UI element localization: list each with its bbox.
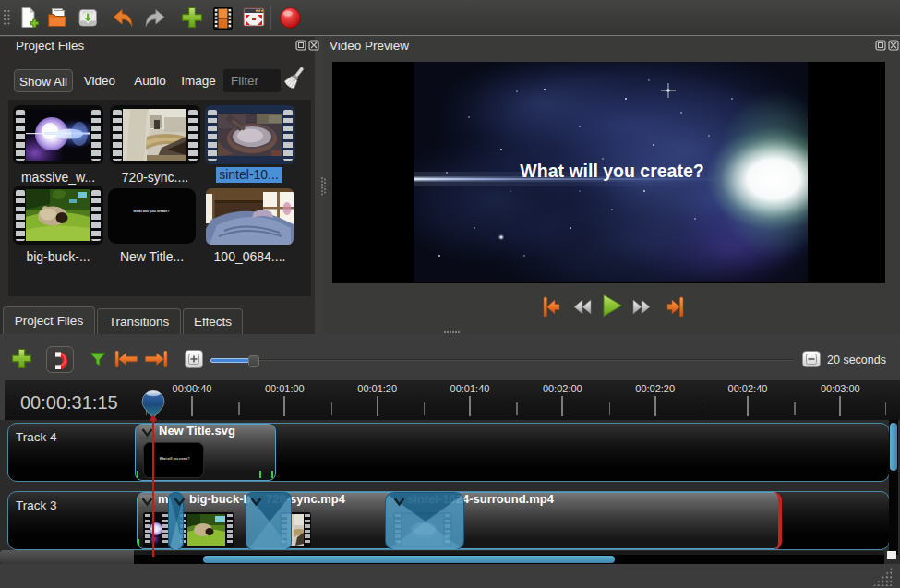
svg-text:What will you create?: What will you create?	[520, 161, 703, 181]
